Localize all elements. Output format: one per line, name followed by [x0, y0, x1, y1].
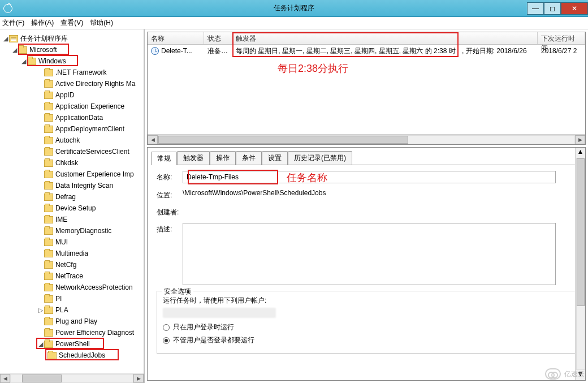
scroll-right-button[interactable]: ▶: [575, 135, 585, 144]
col-trigger[interactable]: 触发器: [232, 32, 538, 44]
tasklist-h-scrollbar[interactable]: ◀ ▶: [148, 134, 585, 144]
scroll-down-button[interactable]: ▼: [577, 370, 584, 380]
folder-icon: [44, 137, 53, 144]
expand-icon[interactable]: ◢: [37, 341, 44, 348]
folder-icon: [44, 307, 53, 314]
tree-item[interactable]: ▷PLA: [2, 304, 144, 316]
menu-file[interactable]: 文件(F): [2, 18, 24, 28]
tree-item[interactable]: Application Experience: [2, 101, 144, 112]
tree-item[interactable]: IME: [2, 214, 144, 225]
tree-item-label: NetTrace: [55, 272, 83, 280]
tab-actions[interactable]: 操作: [210, 151, 236, 165]
folder-icon: [44, 80, 53, 88]
tree-item[interactable]: Plug and Play: [2, 316, 144, 327]
expand-icon[interactable]: ◢: [11, 46, 18, 54]
task-next: 2018/6/27 2: [538, 47, 585, 55]
menu-action[interactable]: 操作(A): [31, 18, 54, 28]
tree-item[interactable]: PI: [2, 293, 144, 304]
task-desc-input[interactable]: [183, 223, 556, 285]
tree-item[interactable]: .NET Framework: [2, 67, 144, 78]
tree-item[interactable]: Active Directory Rights Ma: [2, 78, 144, 89]
tree-item[interactable]: Device Setup: [2, 203, 144, 214]
tree-item[interactable]: MUI: [2, 236, 144, 248]
scroll-left-button[interactable]: ◀: [0, 374, 10, 383]
tree-item-label: NetworkAccessProtection: [55, 283, 133, 291]
tab-settings[interactable]: 设置: [262, 151, 288, 165]
tree-item[interactable]: MemoryDiagnostic: [2, 225, 144, 236]
tab-triggers[interactable]: 触发器: [177, 151, 210, 165]
window-title: 任务计划程序: [0, 3, 588, 13]
tree-item[interactable]: NetCfg: [2, 259, 144, 270]
tree-item-label: PowerShell: [55, 340, 90, 348]
label-author: 创建者:: [157, 206, 183, 217]
tree-item[interactable]: Power Efficiency Diagnost: [2, 327, 144, 338]
tree-item-label: Customer Experience Imp: [55, 170, 134, 178]
tree-item[interactable]: Autochk: [2, 135, 144, 146]
tree-item[interactable]: AppID: [2, 89, 144, 101]
tree-windows[interactable]: Windows: [38, 57, 66, 65]
folder-icon: [44, 182, 53, 190]
tree-item[interactable]: Chkdsk: [2, 157, 144, 169]
scroll-thumb[interactable]: [577, 158, 585, 306]
tree-item-label: Autochk: [55, 136, 80, 144]
annotation-trigger: 每日2:38分执行: [278, 62, 348, 75]
task-detail: 常规 触发器 操作 条件 设置 历史记录(已禁用) 名称: Delete-Tmp…: [147, 147, 586, 381]
scroll-thumb[interactable]: [158, 136, 408, 144]
folder-icon: [44, 69, 53, 76]
close-button[interactable]: ✕: [561, 2, 588, 15]
tree-root[interactable]: 任务计划程序库: [20, 34, 68, 44]
task-row[interactable]: Delete-T... 准备… 每周的 星期日, 星期一, 星期二, 星期三, …: [148, 45, 585, 57]
tree-item[interactable]: ◢PowerShell: [2, 338, 144, 350]
label-name: 名称:: [157, 171, 183, 182]
col-status[interactable]: 状态: [204, 32, 232, 44]
tree-item-label: CertificateServicesClient: [55, 148, 129, 156]
folder-icon: [44, 284, 53, 291]
scroll-thumb[interactable]: [22, 375, 62, 382]
col-next[interactable]: 下次运行时间: [538, 32, 585, 44]
tree-h-scrollbar[interactable]: ◀ ▶: [0, 373, 144, 383]
runas-account: [163, 308, 276, 318]
menu-help[interactable]: 帮助(H): [90, 18, 113, 28]
tab-conditions[interactable]: 条件: [236, 151, 262, 165]
task-name-input[interactable]: Delete-Tmp-Files: [183, 171, 556, 183]
tree-item[interactable]: Customer Experience Imp: [2, 169, 144, 180]
detail-tabs: 常规 触发器 操作 条件 设置 历史记录(已禁用): [148, 148, 585, 165]
menu-view[interactable]: 查看(V): [60, 18, 83, 28]
tree-item-label: .NET Framework: [55, 68, 106, 76]
tree-item[interactable]: Data Integrity Scan: [2, 180, 144, 191]
tree-item[interactable]: NetworkAccessProtection: [2, 282, 144, 293]
tree-microsoft[interactable]: Microsoft: [29, 46, 57, 54]
security-options: 安全选项 运行任务时，请使用下列用户帐户: 只在用户登录时运行 不管用户是否登录…: [157, 291, 576, 354]
expand-icon[interactable]: ▷: [37, 307, 44, 314]
expand-icon[interactable]: ◢: [2, 35, 9, 42]
tree-item-label: Data Integrity Scan: [55, 182, 113, 190]
tab-general[interactable]: 常规: [151, 152, 177, 165]
tree-item[interactable]: NetTrace: [2, 270, 144, 282]
radio-logged-on[interactable]: 只在用户登录时运行: [163, 322, 570, 332]
tree-item[interactable]: Defrag: [2, 191, 144, 203]
tree-scheduledjobs[interactable]: ScheduledJobs: [59, 351, 105, 359]
tab-history[interactable]: 历史记录(已禁用): [288, 151, 352, 165]
detail-v-scrollbar[interactable]: ▲ ▼: [575, 148, 585, 380]
label-location: 位置:: [157, 189, 183, 200]
clock-icon: [151, 47, 159, 55]
tree-item-label: AppxDeploymentClient: [55, 125, 124, 133]
col-name[interactable]: 名称: [148, 32, 204, 44]
tree-item-label: ApplicationData: [55, 114, 103, 122]
maximize-button[interactable]: ◻: [544, 2, 561, 15]
scroll-left-button[interactable]: ◀: [148, 135, 158, 144]
tree-item-label: IME: [55, 216, 67, 223]
radio-whether-logged[interactable]: 不管用户是否登录都要运行: [163, 335, 570, 345]
tree-item-label: AppID: [55, 91, 74, 99]
minimize-button[interactable]: —: [527, 2, 544, 15]
tree-item[interactable]: AppxDeploymentClient: [2, 123, 144, 135]
tree-item[interactable]: Multimedia: [2, 248, 144, 259]
tree-item-label: Multimedia: [55, 249, 88, 257]
tree-item[interactable]: ApplicationData: [2, 112, 144, 123]
app-icon: [3, 4, 12, 13]
expand-icon[interactable]: ◢: [20, 58, 27, 65]
tree-item[interactable]: CertificateServicesClient: [2, 146, 144, 157]
task-name: Delete-T...: [161, 47, 192, 55]
scroll-up-button[interactable]: ▲: [577, 148, 584, 158]
scroll-right-button[interactable]: ▶: [133, 374, 144, 383]
